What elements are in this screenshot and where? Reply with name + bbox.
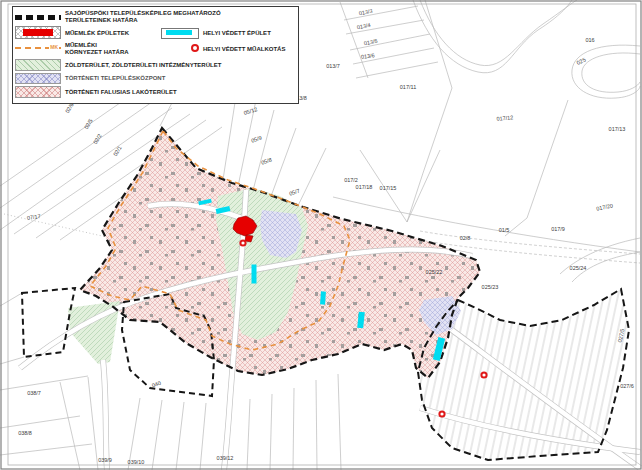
legend-pink-swatch bbox=[15, 86, 61, 98]
stream-meander bbox=[572, 45, 640, 98]
parcel-label: 038/8 bbox=[18, 430, 32, 436]
legend-label-green: ZÖLDTERÜLET, ZÖLDTERÜLETI INTÉZMÉNYTERÜL… bbox=[65, 62, 295, 69]
parcel-label: 039/9 bbox=[98, 457, 112, 463]
protected-artwork-marker bbox=[481, 372, 486, 377]
parcel-label: 027/6 bbox=[620, 383, 634, 389]
monument-red-rect bbox=[23, 29, 53, 36]
legend-label-protected-artwork: HELYI VÉDETT MŰALKOTÁS bbox=[203, 46, 295, 53]
parcel-label: 01/5 bbox=[499, 227, 510, 233]
parcel-label: 02/1 bbox=[112, 145, 123, 157]
parcel-label: 05/9 bbox=[250, 135, 262, 144]
legend-protected-building-swatch bbox=[161, 28, 199, 39]
legend-label-residential: TÖRTÉNETI FALUSIAS LAKÓTERÜLET bbox=[65, 89, 295, 96]
parcels-017-dividers bbox=[360, 88, 568, 236]
parcel-label: 013/4 bbox=[356, 22, 371, 30]
protected-artwork-marker bbox=[240, 240, 245, 245]
parcel-label: 05/8 bbox=[260, 157, 272, 166]
parcel-label: 017/18 bbox=[356, 184, 373, 190]
legend-monument-swatch bbox=[15, 26, 61, 39]
parcel-label: 016 bbox=[585, 37, 594, 43]
protected-building-marker bbox=[320, 291, 326, 304]
parcel-label: 02/2 bbox=[92, 133, 103, 145]
parcel-label: 017/15 bbox=[380, 185, 397, 191]
parcel-label: 017/2 bbox=[344, 177, 358, 183]
legend-label-mk: MŰEMLÉKI KÖRNYEZET HATÁRA bbox=[65, 42, 135, 56]
parcel-label: 017/20 bbox=[596, 202, 614, 211]
parcel-label: 017/9 bbox=[551, 226, 565, 232]
parcel-label: 013/6 bbox=[361, 52, 375, 59]
legend-mk-line-swatch: MK bbox=[15, 47, 61, 49]
parcel-label: 02/8 bbox=[460, 235, 471, 241]
legend: SAJÓPÜSPÖKI TELEPÜLÉSKÉPILEG MEGHATÁROZÓ… bbox=[12, 6, 299, 104]
parcel-label: 025/23 bbox=[482, 284, 499, 290]
protected-building-marker bbox=[252, 265, 257, 284]
parcel-label: 025/22 bbox=[426, 269, 443, 275]
legend-blue-swatch bbox=[15, 73, 61, 84]
legend-label-monument: MŰEMLÉK ÉPÜLETEK bbox=[65, 30, 160, 37]
parcel-label: 039/12 bbox=[217, 455, 234, 461]
parcel-label: 017/12 bbox=[496, 114, 513, 121]
parcel-label: 013/7 bbox=[326, 63, 340, 69]
parcel-label: 039/10 bbox=[128, 459, 145, 465]
parcels-top-right-strips bbox=[340, 0, 452, 88]
parcel-label: 017/13 bbox=[609, 126, 626, 132]
legend-protected-artwork-dot bbox=[191, 44, 199, 52]
parcel-label: 038/7 bbox=[27, 390, 41, 396]
parcel-label: 025/24 bbox=[570, 265, 587, 271]
parcel-label: 05/7 bbox=[288, 188, 300, 197]
protected-artwork-marker bbox=[439, 411, 444, 416]
parcel-label: 02/5 bbox=[83, 118, 94, 130]
parcel-label: 040 bbox=[151, 380, 162, 389]
legend-green-swatch bbox=[15, 59, 61, 71]
legend-label-center: TÖRTÉNETI TELEPÜLÉSKÖZPONT bbox=[65, 75, 295, 82]
legend-label-boundary: SAJÓPÜSPÖKI TELEPÜLÉSKÉPILEG MEGHATÁROZÓ… bbox=[65, 10, 225, 24]
parcel-label: 05/12 bbox=[243, 106, 258, 116]
legend-label-protected-building: HELYI VÉDETT ÉPÜLET bbox=[203, 30, 295, 37]
zones bbox=[68, 128, 480, 378]
legend-boundary-swatch bbox=[15, 15, 61, 20]
parcel-label: 017/11 bbox=[400, 84, 416, 90]
mk-line-label: MK bbox=[49, 44, 59, 50]
protected-cyan-rect bbox=[166, 30, 192, 35]
parcel-label: 07/17 bbox=[26, 213, 40, 221]
map-sheet: 013/3013/4013/5013/6013/7013/8016025017/… bbox=[0, 0, 642, 470]
